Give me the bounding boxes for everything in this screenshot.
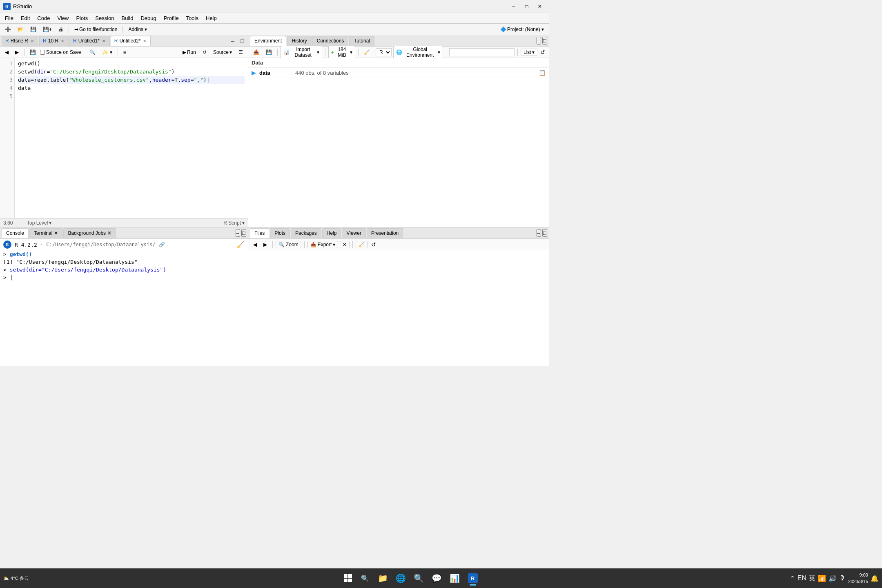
clear-env-button[interactable]: 🧹: [361, 48, 372, 57]
zoom-button[interactable]: 🔍 Zoom: [276, 241, 301, 248]
path-link[interactable]: 🔗: [159, 241, 165, 249]
broom-button[interactable]: 🧹: [356, 241, 368, 248]
memory-button[interactable]: ● 184 MiB ▾: [328, 46, 356, 59]
help-tab-label: Help: [327, 230, 337, 236]
menu-code[interactable]: Code: [34, 14, 53, 22]
console-content[interactable]: R R 4.2.2 · C:/Users/fengqi/Desktop/Data…: [0, 239, 248, 366]
source-on-save-checkbox[interactable]: [40, 50, 45, 55]
back-files-button[interactable]: ◀: [251, 240, 259, 249]
save-file-button[interactable]: 💾: [28, 25, 39, 34]
global-env-button[interactable]: 🌐 Global Environment ▾: [393, 46, 443, 59]
import-dataset-button[interactable]: 📊 Import Dataset ▾: [281, 46, 322, 59]
tab-rtsne[interactable]: R Rtsne.R ✕: [2, 36, 38, 46]
files-tab-plots[interactable]: Plots: [270, 228, 290, 238]
source-button[interactable]: Source ▾: [211, 48, 234, 57]
code-editor[interactable]: getwd() setwd(dir="C:/Users/fengqi/Deskt…: [15, 58, 248, 218]
tab-rtsne-close[interactable]: ✕: [30, 39, 35, 43]
clear-plots-button[interactable]: ✕: [340, 241, 350, 248]
minimize-files-button[interactable]: –: [537, 229, 541, 237]
minimize-editor-button[interactable]: –: [229, 37, 237, 45]
files-panel: Files Plots Packages Help Viewer Present…: [248, 227, 549, 366]
bgjobs-close[interactable]: ✕: [107, 230, 111, 236]
tab-untitled1-close[interactable]: ✕: [101, 39, 106, 43]
search-button[interactable]: 🔍: [87, 48, 98, 57]
console-tab-terminal[interactable]: Terminal ✕: [29, 228, 62, 238]
console-clear-button[interactable]: 🧹: [236, 241, 245, 249]
menu-build[interactable]: Build: [118, 14, 137, 22]
menu-view[interactable]: View: [54, 14, 72, 22]
console-tab-console[interactable]: Console: [2, 228, 29, 238]
forward-files-button[interactable]: ▶: [261, 240, 270, 249]
env-tab-history[interactable]: History: [287, 36, 311, 46]
load-workspace-button[interactable]: 📥: [251, 48, 262, 57]
lines-button[interactable]: ≡: [121, 48, 129, 57]
console-line-2: [1] "C:/Users/fengqi/Desktop/Dataanalysi…: [3, 258, 245, 266]
tab-10r-close[interactable]: ✕: [60, 39, 65, 43]
minimize-console-button[interactable]: –: [236, 229, 240, 237]
run-label: Run: [187, 49, 196, 55]
maximize-files-button[interactable]: □: [542, 229, 547, 237]
run-button[interactable]: ▶ Run: [180, 48, 198, 57]
minimize-button[interactable]: –: [508, 2, 519, 11]
maximize-button[interactable]: □: [521, 2, 532, 11]
save-script-button[interactable]: 💾: [27, 48, 38, 57]
addins-button[interactable]: Addins ▾: [126, 25, 149, 34]
env-search-input[interactable]: [449, 48, 514, 56]
go-to-file-button[interactable]: ➡ Go to file/function: [72, 25, 120, 34]
close-button[interactable]: ✕: [534, 2, 546, 11]
tab-untitled2-close[interactable]: ✕: [142, 39, 147, 43]
menu-help[interactable]: Help: [203, 14, 220, 22]
save-all-button[interactable]: 💾+: [40, 25, 54, 34]
menu-edit[interactable]: Edit: [18, 14, 33, 22]
minimize-env-button[interactable]: –: [537, 37, 541, 45]
list-label: List: [523, 49, 531, 55]
menu-tools[interactable]: Tools: [183, 14, 202, 22]
maximize-editor-button[interactable]: □: [238, 37, 246, 45]
files-tab-presentation[interactable]: Presentation: [367, 228, 403, 238]
open-file-button[interactable]: 📂: [15, 25, 26, 34]
console-tab-bgjobs[interactable]: Background Jobs ✕: [63, 228, 116, 238]
export-button[interactable]: 📤 Export ▾: [307, 241, 339, 248]
env-tab-environment[interactable]: Environment: [250, 36, 286, 46]
files-tab-bar: Files Plots Packages Help Viewer Present…: [248, 227, 549, 239]
zoom-label: Zoom: [286, 242, 298, 247]
r-env-selector[interactable]: R: [376, 48, 392, 56]
menu-file[interactable]: File: [2, 14, 17, 22]
menu-profile[interactable]: Profile: [160, 14, 182, 22]
env-row-data[interactable]: ▶ data 440 obs. of 8 variables 📋: [248, 68, 549, 78]
menu-debug[interactable]: Debug: [137, 14, 159, 22]
menu-session[interactable]: Session: [92, 14, 117, 22]
maximize-env-button[interactable]: □: [542, 37, 547, 45]
new-file-button[interactable]: ➕: [2, 25, 13, 34]
forward-button[interactable]: ▶: [13, 48, 21, 57]
tab-untitled1[interactable]: R Untitled1* ✕: [69, 36, 110, 46]
rerun-button[interactable]: ↺: [200, 48, 209, 57]
editor-options-button[interactable]: ☰: [236, 48, 245, 57]
list-view-button[interactable]: List ▾: [521, 49, 537, 56]
level-dropdown[interactable]: ▾: [49, 220, 51, 226]
env-tab-tutorial[interactable]: Tutorial: [349, 36, 374, 46]
project-none-button[interactable]: 🔷 Project: (None) ▾: [498, 25, 546, 34]
files-tab-viewer[interactable]: Viewer: [342, 228, 365, 238]
menu-plots[interactable]: Plots: [73, 14, 91, 22]
files-tab-packages[interactable]: Packages: [291, 228, 321, 238]
presentation-tab-label: Presentation: [371, 230, 399, 236]
refresh-env-button[interactable]: ↺: [539, 48, 546, 57]
magic-wand-button[interactable]: ✨ ▾: [100, 48, 114, 57]
refresh-files-button[interactable]: ↺: [369, 240, 378, 249]
script-type-dropdown[interactable]: ▾: [242, 220, 245, 226]
save-workspace-button[interactable]: 💾: [263, 48, 274, 57]
tab-untitled1-label: Untitled1*: [78, 38, 100, 44]
back-button[interactable]: ◀: [2, 48, 11, 57]
print-button[interactable]: 🖨: [56, 25, 66, 34]
files-tab-files[interactable]: Files: [250, 228, 269, 238]
files-tab-help[interactable]: Help: [322, 228, 341, 238]
tab-10r[interactable]: R 10.R ✕: [39, 36, 69, 46]
maximize-console-button[interactable]: □: [241, 229, 246, 237]
view-data-button[interactable]: 📋: [539, 69, 546, 76]
env-tab-connections[interactable]: Connections: [312, 36, 349, 46]
terminal-close[interactable]: ✕: [54, 230, 58, 236]
tab-untitled2[interactable]: R Untitled2* ✕: [111, 36, 151, 46]
memory-dropdown: ▾: [350, 49, 352, 55]
env-sep-2: [325, 49, 325, 56]
